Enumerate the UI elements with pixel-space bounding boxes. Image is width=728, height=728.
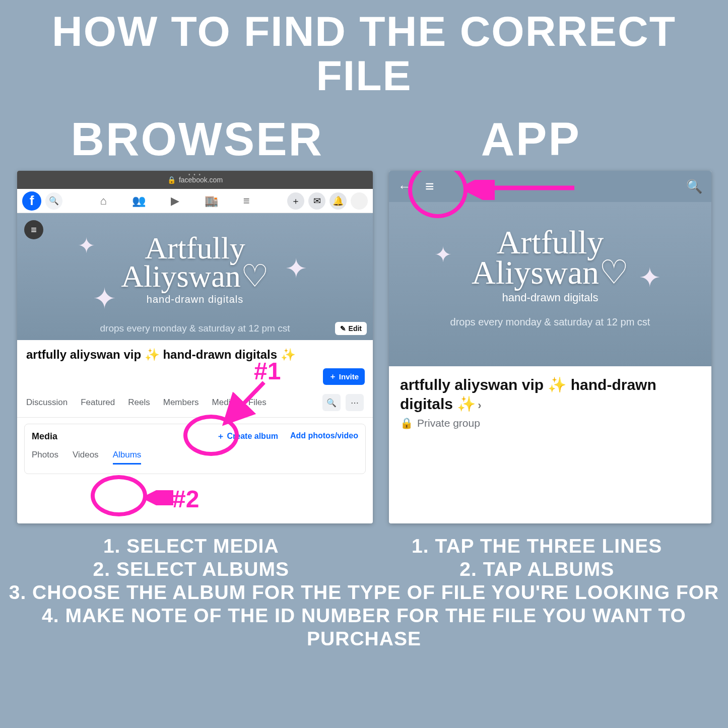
media-title: Media bbox=[32, 431, 57, 442]
menu-lines-icon[interactable]: ≡ bbox=[243, 194, 250, 208]
back-icon[interactable]: ← bbox=[398, 179, 411, 194]
annotation-label-2: #2 bbox=[172, 485, 199, 513]
tab-more-icon[interactable]: ⋯ bbox=[346, 394, 364, 411]
panels-row: • • • 🔒 facebook.com f 🔍 ⌂ 👥 ▶ 🏬 ≡ ＋ ✉ 🔔… bbox=[0, 171, 728, 523]
tab-reels[interactable]: Reels bbox=[128, 398, 150, 408]
media-subtabs: Photos Videos Albums bbox=[32, 450, 358, 465]
annotation-circle-2 bbox=[91, 475, 147, 516]
subtitle-browser: BROWSER bbox=[30, 113, 364, 166]
plus-icon[interactable]: ＋ bbox=[287, 192, 304, 210]
subtitle-row: BROWSER APP bbox=[0, 113, 728, 166]
media-card: Media ＋ Create album Add photos/video Ph… bbox=[24, 424, 366, 474]
tab-members[interactable]: Members bbox=[163, 398, 199, 408]
group-tabs: Discussion Featured Reels Members Media … bbox=[17, 387, 373, 418]
subtab-videos[interactable]: Videos bbox=[73, 450, 99, 465]
create-album-button[interactable]: ＋ Create album bbox=[217, 431, 278, 442]
facebook-top-bar: f 🔍 ⌂ 👥 ▶ 🏬 ≡ ＋ ✉ 🔔 bbox=[17, 189, 373, 213]
search-icon[interactable]: 🔍 bbox=[45, 192, 62, 210]
app-top-bar: ← ≡ 🔍 bbox=[389, 171, 711, 202]
home-icon[interactable]: ⌂ bbox=[100, 194, 106, 208]
tab-files[interactable]: Files bbox=[248, 398, 267, 408]
cover-schedule: drops every monday & saturday at 12 pm c… bbox=[17, 323, 373, 334]
instructions: 1. SELECT MEDIA 2. SELECT ALBUMS 1. TAP … bbox=[0, 535, 728, 650]
lock-icon: 🔒 bbox=[400, 417, 413, 429]
messenger-icon[interactable]: ✉ bbox=[308, 192, 325, 210]
search-icon[interactable]: 🔍 bbox=[686, 179, 702, 194]
annotation-arrow-2 bbox=[146, 490, 176, 505]
bell-icon[interactable]: 🔔 bbox=[329, 192, 347, 210]
lock-icon: 🔒 bbox=[167, 176, 176, 184]
main-title: HOW TO FIND THE CORRECT FILE bbox=[0, 0, 728, 98]
tab-featured[interactable]: Featured bbox=[81, 398, 115, 408]
app-cover: ✦ ✦ Artfully Aliyswan♡ hand-drawn digita… bbox=[389, 202, 711, 366]
edit-button[interactable]: ✎ Edit bbox=[335, 322, 367, 335]
instruction-4: 4. MAKE NOTE OF THE ID NUMBER FOR THE FI… bbox=[0, 604, 728, 650]
account-icon[interactable] bbox=[351, 192, 368, 210]
instruction-3: 3. CHOOSE THE ALBUM FOR THE TYPE OF FILE… bbox=[0, 581, 728, 604]
marketplace-icon[interactable]: 🏬 bbox=[205, 194, 218, 208]
instructions-browser: 1. SELECT MEDIA 2. SELECT ALBUMS bbox=[18, 535, 364, 581]
facebook-logo-icon[interactable]: f bbox=[22, 191, 41, 211]
cover-brand: Artfully Aliyswan♡ bbox=[17, 213, 373, 291]
app-cover-tagline: hand-drawn digitals bbox=[389, 291, 711, 304]
watch-icon[interactable]: ▶ bbox=[171, 194, 179, 208]
tab-search-icon[interactable]: 🔍 bbox=[322, 394, 341, 411]
subtab-photos[interactable]: Photos bbox=[32, 450, 58, 465]
hamburger-icon[interactable]: ≡ bbox=[425, 178, 434, 195]
tab-media[interactable]: Media bbox=[212, 398, 235, 408]
pencil-icon: ✎ bbox=[340, 324, 346, 333]
group-title: artfully aliyswan vip ✨ hand-drawn digit… bbox=[26, 347, 364, 362]
cover-tagline: hand-drawn digitals bbox=[17, 294, 373, 305]
app-group-info: artfully aliyswan vip ✨ hand-drawn digit… bbox=[389, 366, 711, 438]
chevron-right-icon: › bbox=[478, 399, 481, 412]
invite-button[interactable]: ＋ Invite bbox=[323, 368, 365, 385]
friends-icon[interactable]: 👥 bbox=[132, 194, 146, 208]
add-photos-button[interactable]: Add photos/video bbox=[290, 431, 358, 442]
app-panel: ← ≡ 🔍 ✦ ✦ Artfully Aliyswan♡ hand-drawn … bbox=[389, 171, 711, 523]
instructions-app: 1. TAP THE THREE LINES 2. TAP ALBUMS bbox=[364, 535, 710, 581]
subtitle-app: APP bbox=[364, 113, 698, 166]
subtab-albums[interactable]: Albums bbox=[113, 450, 142, 465]
app-group-title[interactable]: artfully aliyswan vip ✨ hand-drawn digit… bbox=[400, 375, 700, 413]
browser-address-bar: • • • 🔒 facebook.com bbox=[17, 171, 373, 189]
facebook-nav: ⌂ 👥 ▶ 🏬 ≡ bbox=[67, 194, 283, 208]
browser-cover: ≡ ✦ ✦ ✦ Artfully Aliyswan♡ hand-drawn di… bbox=[17, 213, 373, 340]
app-cover-schedule: drops every monday & saturday at 12 pm c… bbox=[389, 316, 711, 328]
app-privacy: 🔒 Private group bbox=[400, 417, 700, 429]
plus-icon: ＋ bbox=[329, 372, 337, 381]
browser-panel: • • • 🔒 facebook.com f 🔍 ⌂ 👥 ▶ 🏬 ≡ ＋ ✉ 🔔… bbox=[17, 171, 373, 523]
tab-discussion[interactable]: Discussion bbox=[26, 398, 68, 408]
group-header: artfully aliyswan vip ✨ hand-drawn digit… bbox=[17, 340, 373, 365]
